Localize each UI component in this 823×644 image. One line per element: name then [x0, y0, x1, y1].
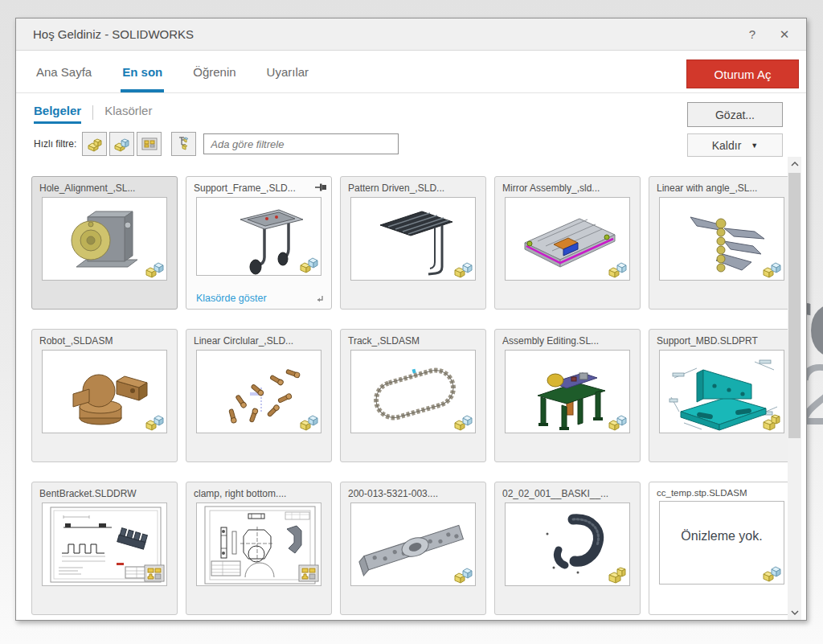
- document-tile-cc-temp[interactable]: cc_temp.stp.SLDASM Önizleme yok.: [649, 482, 795, 615]
- document-thumbnail: [196, 502, 321, 586]
- document-title: Track_,SLDASM: [341, 330, 485, 349]
- drawing-filter-button[interactable]: [137, 132, 162, 156]
- document-tile-assembly-editing[interactable]: Assembly Editing.SL...: [494, 329, 641, 462]
- assembly-badge-icon: [761, 257, 782, 278]
- drawing-badge-icon: [298, 563, 319, 584]
- close-button[interactable]: ✕: [774, 24, 795, 45]
- nav-tabs: Ana Sayfa En son Öğrenin Uyarılar Oturum…: [16, 51, 806, 93]
- document-thumbnail: [196, 350, 321, 433]
- document-tile-support-frame[interactable]: Support_Frame_,SLD...: [186, 176, 332, 310]
- document-tile-linear-with-angle[interactable]: Linear with angle_,SL...: [649, 176, 795, 310]
- help-button[interactable]: ?: [742, 24, 763, 45]
- drawing-icon: [141, 136, 158, 152]
- assembly-badge-icon: [298, 252, 319, 273]
- document-title: Hole_Alignment_,SL...: [32, 177, 177, 196]
- document-title: cc_temp.stp.SLDASM: [649, 482, 794, 500]
- tab-ana-sayfa[interactable]: Ana Sayfa: [35, 51, 93, 92]
- document-thumbnail: Önizleme yok.: [659, 501, 784, 585]
- document-thumbnail: [505, 197, 630, 281]
- assembly-badge-icon: [761, 561, 782, 582]
- dialog-title: Hoş Geldiniz - SOLIDWORKS: [33, 27, 194, 41]
- document-thumbnail: [350, 502, 476, 586]
- scrollbar-thumb[interactable]: [788, 173, 800, 438]
- part-badge-icon: [761, 410, 782, 431]
- tab-uyarilar[interactable]: Uyarılar: [265, 51, 311, 92]
- assembly-icon: [113, 136, 131, 152]
- chevron-down-icon: [791, 610, 799, 615]
- part-filter-button[interactable]: [82, 132, 107, 156]
- document-title: 02_02_001__BASKI__...: [495, 482, 640, 502]
- document-title: Support_MBD.SLDPRT: [649, 330, 794, 349]
- drawing-badge-icon: [144, 563, 165, 584]
- document-title: Assembly Editing.SL...: [495, 330, 640, 349]
- document-title: 200-013-5321-003....: [341, 482, 485, 502]
- top-level-assembly-filter-button[interactable]: [171, 132, 196, 156]
- document-thumbnail: [659, 350, 784, 433]
- assembly-badge-icon: [607, 257, 628, 278]
- subtab-divider: [92, 105, 93, 120]
- document-title: Mirror Assembly_,sld...: [495, 177, 640, 196]
- document-thumbnail: [42, 502, 167, 586]
- sign-in-button[interactable]: Oturum Aç: [686, 59, 799, 88]
- document-tile-pattern-driven[interactable]: Pattern Driven_,SLD...: [340, 176, 486, 310]
- document-tile-linear-circular[interactable]: Linear Circlular_,SLD...: [186, 329, 332, 462]
- part-badge-icon: [607, 563, 628, 584]
- tab-en-son[interactable]: En son: [121, 51, 164, 92]
- document-title: Support_Frame_,SLD...: [186, 177, 331, 196]
- subtab-belgeler[interactable]: Belgeler: [34, 104, 81, 124]
- document-tile-hole-alignment[interactable]: Hole_Alignment_,SL...: [31, 176, 178, 310]
- document-title: Linear with angle_,SL...: [649, 177, 794, 196]
- pin-icon[interactable]: [314, 182, 327, 193]
- assembly-filter-button[interactable]: [109, 132, 134, 156]
- document-tile-robot[interactable]: Robot_,SLDASM: [31, 329, 178, 462]
- scroll-up-button[interactable]: [788, 157, 801, 171]
- remove-label: Kaldır: [712, 139, 742, 152]
- no-preview-text: Önizleme yok.: [660, 529, 784, 544]
- assembly-badge-icon: [452, 410, 473, 431]
- show-in-folder-link[interactable]: Klasörde göster: [196, 293, 267, 304]
- assembly-badge-icon: [298, 410, 319, 431]
- document-tile-support-mbd[interactable]: Support_MBD.SLDPRT: [649, 329, 795, 462]
- open-folder-corner-icon: [315, 293, 325, 303]
- document-folder-subtabs: Belgeler Klasörler: [34, 104, 152, 124]
- subtab-klasorler[interactable]: Klasörler: [104, 104, 152, 124]
- remove-dropdown-button[interactable]: Kaldır ▼: [687, 133, 783, 157]
- top-level-assembly-icon: [175, 136, 193, 152]
- document-thumbnail: [42, 197, 167, 281]
- name-filter-input[interactable]: [203, 133, 399, 154]
- tab-ogrenin[interactable]: Öğrenin: [191, 51, 237, 92]
- scroll-down-button[interactable]: [788, 605, 801, 620]
- document-thumbnail: [350, 197, 476, 281]
- document-tile-200-013[interactable]: 200-013-5321-003....: [340, 482, 486, 615]
- quick-filter-row: Hızlı filtre:: [34, 131, 399, 157]
- chevron-up-icon: [791, 162, 799, 166]
- document-thumbnail: [42, 350, 167, 433]
- chevron-down-icon: ▼: [751, 142, 758, 150]
- document-title: Robot_,SLDASM: [32, 330, 177, 349]
- document-thumbnail: [505, 502, 630, 586]
- document-title: Linear Circlular_,SLD...: [186, 330, 331, 349]
- document-thumbnail: [350, 350, 476, 433]
- part-icon: [86, 136, 104, 152]
- assembly-badge-icon: [452, 257, 473, 278]
- assembly-badge-icon: [607, 410, 628, 431]
- quick-filter-label: Hızlı filtre:: [34, 138, 76, 150]
- document-tile-baski[interactable]: 02_02_001__BASKI__...: [494, 482, 641, 615]
- document-tile-track[interactable]: Track_,SLDASM: [340, 329, 486, 462]
- document-thumbnail: [196, 197, 321, 276]
- welcome-dialog: Hoş Geldiniz - SOLIDWORKS ? ✕ Ana Sayfa …: [15, 18, 807, 621]
- assembly-badge-icon: [452, 563, 473, 584]
- assembly-badge-icon: [144, 410, 165, 431]
- browse-button[interactable]: Gözat...: [687, 102, 783, 127]
- document-title: clamp, right bottom....: [186, 482, 331, 502]
- document-title: Pattern Driven_,SLD...: [341, 177, 485, 196]
- vertical-scrollbar[interactable]: [788, 157, 801, 620]
- document-thumbnail: [505, 350, 630, 433]
- document-thumbnail: [659, 197, 784, 281]
- title-bar: Hoş Geldiniz - SOLIDWORKS ? ✕: [16, 18, 806, 51]
- assembly-badge-icon: [144, 257, 165, 278]
- document-tile-mirror-assembly[interactable]: Mirror Assembly_,sld...: [494, 176, 641, 310]
- document-title: BentBracket.SLDDRW: [32, 482, 177, 502]
- document-tile-bentbracket[interactable]: BentBracket.SLDDRW: [31, 482, 178, 615]
- document-tile-clamp[interactable]: clamp, right bottom....: [186, 482, 332, 615]
